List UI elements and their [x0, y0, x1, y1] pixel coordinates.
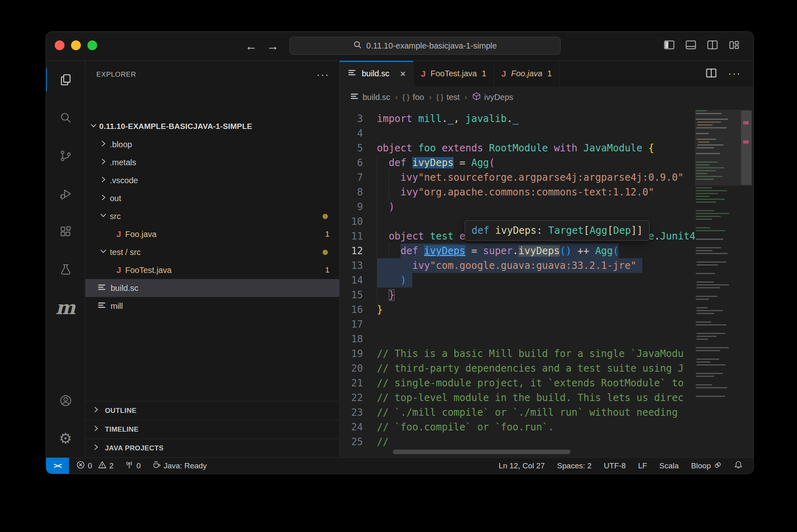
activity-search-icon[interactable] [46, 99, 85, 137]
code-line-22[interactable]: 22// top-level module in the build. This… [340, 390, 695, 405]
status-text: Spaces: 2 [557, 461, 592, 470]
tree-item-.metals[interactable]: .metals [85, 153, 339, 171]
toggle-sidebar-icon[interactable] [663, 39, 675, 51]
build-file-icon [347, 68, 357, 80]
code-line-5[interactable]: 5object foo extends RootModule with Java… [340, 141, 695, 155]
code-line-15[interactable]: 15 } [340, 288, 695, 302]
code-line-8[interactable]: 8 ivy"org.apache.commons:commons-text:1.… [340, 185, 695, 200]
horizontal-scrollbar[interactable] [393, 450, 570, 454]
breadcrumb-item-test[interactable]: { }test [436, 93, 460, 102]
breadcrumb-item-foo[interactable]: { }foo [403, 93, 424, 102]
tree-item-mill[interactable]: mill [85, 297, 339, 315]
status-language-mode[interactable]: Scala [659, 461, 679, 470]
status-problems[interactable]: 02 [76, 461, 114, 471]
bell-icon [734, 461, 743, 471]
nav-forward-icon[interactable]: → [267, 38, 279, 54]
code-line-23[interactable]: 23// `./mill compile` or `./mill run` wi… [340, 405, 695, 420]
status-indentation[interactable]: Spaces: 2 [557, 461, 592, 470]
code-line-12[interactable]: 12 def ivyDeps = super.ivyDeps() ++ Agg( [340, 244, 695, 258]
activity-mill-icon[interactable]: m [46, 288, 85, 326]
code-line-3[interactable]: 3import mill._, javalib._ [340, 111, 695, 126]
code-line-21[interactable]: 21// single-module project, it `extends … [340, 376, 695, 390]
editor-more-actions-icon[interactable]: ··· [728, 67, 741, 80]
tab-bar: build.sc×JFooTest.java1JFoo.java1 ··· [340, 61, 753, 86]
code-line-14[interactable]: 14 ) [340, 273, 695, 288]
customize-layout-icon[interactable] [728, 39, 740, 51]
status-problems-errors[interactable]: 0 [76, 461, 92, 471]
code-line-13[interactable]: 13 ivy"com.google.guava:guava:33.2.1-jre… [340, 258, 695, 273]
status-bloop[interactable]: Bloop [691, 461, 722, 471]
status-problems-warnings[interactable]: 2 [98, 461, 114, 471]
toggle-secondary-sidebar-icon[interactable] [706, 39, 719, 51]
line-content: object foo extends RootModule with JavaM… [377, 141, 654, 155]
tab-foo.java[interactable]: JFoo.java1 [494, 61, 560, 86]
tree-item-src[interactable]: src [85, 207, 339, 225]
line-content: // This is a basic Mill build for a sing… [377, 346, 683, 361]
section-label: JAVA PROJECTS [105, 444, 164, 452]
code-line-2[interactable]: 2 [340, 108, 695, 111]
minimize-window-button[interactable] [71, 40, 81, 50]
tab-problems-badge: 1 [547, 69, 552, 78]
tree-item-out[interactable]: out [85, 189, 339, 207]
section-timeline[interactable]: TIMELINE [85, 420, 339, 439]
nav-back-icon[interactable]: ← [245, 38, 257, 54]
status-eol[interactable]: LF [638, 461, 647, 470]
code-line-9[interactable]: 9 ) [340, 200, 695, 214]
activity-extensions-icon[interactable] [46, 213, 85, 250]
code-line-19[interactable]: 19// This is a basic Mill build for a si… [340, 346, 695, 361]
activity-explorer-icon[interactable] [46, 61, 85, 99]
tree-item-foo.java[interactable]: JFoo.java1 [85, 225, 339, 243]
tab-build.sc[interactable]: build.sc× [340, 61, 414, 86]
breadcrumb-item-ivydeps[interactable]: ivyDeps [472, 92, 513, 103]
activity-run-debug-icon[interactable] [46, 175, 85, 213]
file-label: build.sc [111, 284, 138, 293]
java-file-icon: J [116, 229, 121, 239]
command-center-search[interactable]: 0.11.10-example-basicjava-1-simple [289, 37, 561, 55]
tab-problems-badge: 1 [482, 69, 486, 78]
status-notifications[interactable] [734, 461, 743, 471]
code-line-24[interactable]: 24// `foo.compile` or `foo.run`. [340, 420, 695, 434]
code-line-16[interactable]: 16} [340, 302, 695, 317]
breadcrumb-item-build.sc[interactable]: build.sc [350, 91, 390, 103]
toggle-panel-icon[interactable] [685, 39, 697, 51]
section-outline[interactable]: OUTLINE [85, 401, 339, 420]
tab-footest.java[interactable]: JFooTest.java1 [414, 61, 494, 86]
code-line-20[interactable]: 20// third-party dependencies and a test… [340, 361, 695, 376]
tree-item-build.sc[interactable]: build.sc [85, 279, 339, 297]
status-encoding[interactable]: UTF-8 [604, 461, 626, 470]
remote-indicator[interactable]: >< [46, 458, 69, 474]
title-bar: ← → 0.11.10-example-basicjava-1-simple [46, 32, 753, 61]
line-number: 21 [340, 376, 363, 390]
code-line-25[interactable]: 25// [340, 434, 695, 449]
code-line-7[interactable]: 7 ivy"net.sourceforge.argparse4j:argpars… [340, 170, 695, 185]
line-number: 10 [340, 214, 363, 229]
modified-dot-badge [323, 214, 328, 219]
explorer-more-actions-icon[interactable]: ··· [316, 73, 329, 77]
line-content: import mill._, javalib._ [377, 111, 519, 126]
status-java-status[interactable]: Java: Ready [152, 461, 207, 471]
status-ports[interactable]: 0 [125, 461, 141, 471]
status-cursor-position[interactable]: Ln 12, Col 27 [499, 461, 545, 470]
tree-item-test-src[interactable]: test / src [85, 243, 339, 261]
maximize-window-button[interactable] [87, 40, 97, 50]
tree-item-.bloop[interactable]: .bloop [85, 135, 339, 153]
activity-source-control-icon[interactable] [46, 137, 85, 175]
close-tab-icon[interactable]: × [400, 68, 406, 80]
line-content: ) [377, 200, 394, 214]
code-editor[interactable]: 23import mill._, javalib._45object foo e… [340, 108, 753, 457]
activity-accounts-icon[interactable] [46, 381, 85, 419]
close-window-button[interactable] [55, 40, 65, 50]
split-editor-icon[interactable] [705, 67, 717, 80]
editor-group: build.sc×JFooTest.java1JFoo.java1 ··· bu… [340, 61, 753, 457]
code-line-18[interactable]: 18 [340, 332, 695, 346]
activity-testing-icon[interactable] [46, 250, 85, 288]
code-line-4[interactable]: 4 [340, 126, 695, 141]
code-line-6[interactable]: 6 def ivyDeps = Agg( [340, 155, 695, 170]
code-line-17[interactable]: 17 [340, 317, 695, 332]
activity-settings-icon[interactable]: ⚙ [46, 419, 85, 457]
tree-root[interactable]: 0.11.10-EXAMPLE-BASICJAVA-1-SIMPLE [85, 117, 339, 135]
tree-item-footest.java[interactable]: JFooTest.java1 [85, 261, 339, 279]
line-content: ivy"org.apache.commons:commons-text:1.12… [377, 185, 654, 200]
tree-item-.vscode[interactable]: .vscode [85, 171, 339, 189]
section-java-projects[interactable]: JAVA PROJECTS [85, 439, 339, 457]
